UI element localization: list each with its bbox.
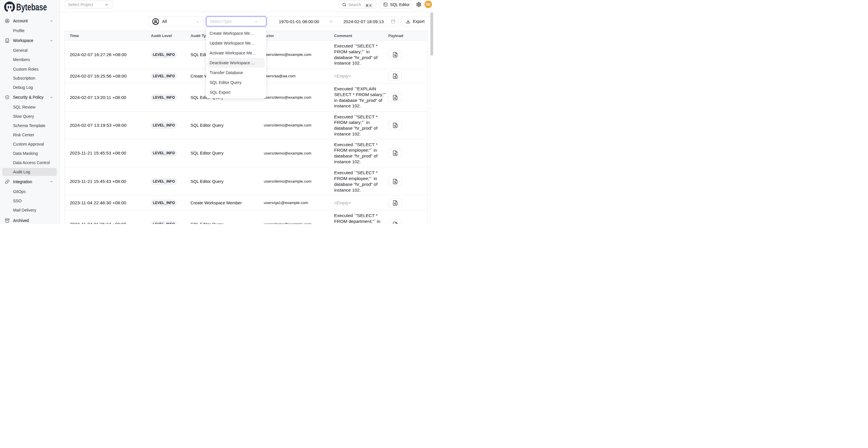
svg-text:Bytebase: Bytebase bbox=[16, 2, 47, 12]
